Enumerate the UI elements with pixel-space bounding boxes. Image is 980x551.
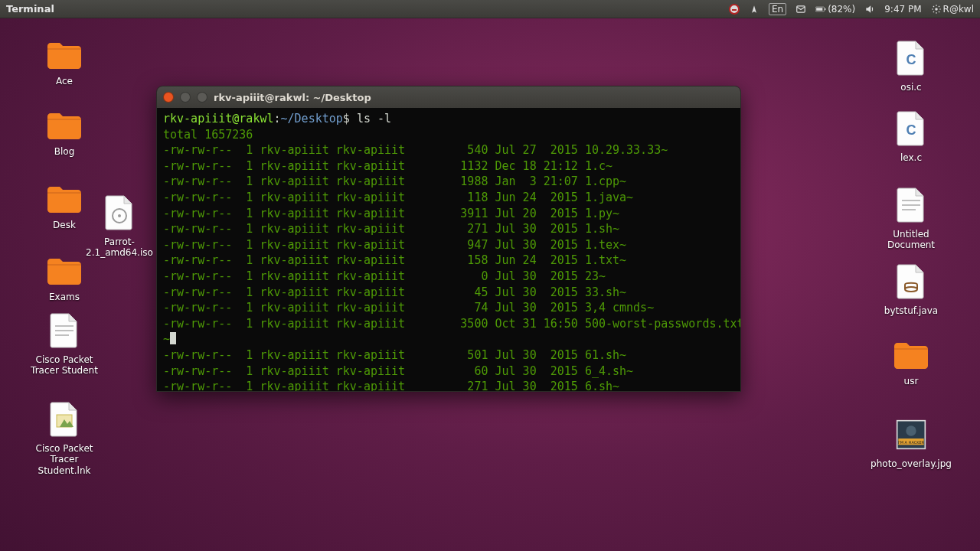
desktop-icon[interactable]: Untitled Document [873, 184, 949, 254]
stop-icon [729, 4, 740, 15]
folder-icon [46, 256, 83, 289]
iso-icon [104, 194, 135, 233]
folder-icon [46, 40, 83, 73]
desktop-icon[interactable]: Ace [26, 37, 103, 90]
keyboard-lang: En [772, 4, 783, 15]
svg-text:C: C [906, 122, 916, 138]
battery-icon [815, 4, 826, 15]
desktop-icon-label: Exams [49, 292, 80, 302]
gear-icon [931, 4, 942, 15]
window-maximize-button[interactable] [197, 92, 207, 103]
desktop-icon-label: osi.c [900, 82, 921, 93]
desktop-icon[interactable]: Cisco Packet Tracer Student.lnk [26, 398, 103, 479]
c-icon: C [896, 110, 926, 149]
desktop-icon[interactable]: Cosi.c [873, 37, 949, 96]
doc-icon [49, 312, 80, 351]
java-icon [896, 263, 926, 302]
window-minimize-button[interactable] [180, 92, 191, 103]
image-icon: I'M A HACKER [896, 416, 926, 455]
folder-icon [46, 184, 83, 217]
network-icon [749, 4, 760, 15]
clock[interactable]: 9:47 PM [884, 4, 921, 15]
desktop-icon-label: bytstuf.java [884, 305, 938, 316]
desktop-icon[interactable]: Clex.c [873, 107, 949, 166]
desktop-icon[interactable]: I'M A HACKERphoto_overlay.jpg [873, 413, 949, 472]
desktop-icon-label: photo_overlay.jpg [871, 458, 952, 469]
doc-icon [896, 187, 926, 226]
svg-text:I'M A HACKER: I'M A HACKER [898, 440, 925, 445]
desktop-icon[interactable]: bytstuf.java [873, 260, 949, 319]
svg-text:C: C [906, 52, 916, 67]
window-title: rkv-apiiit@rakwl: ~/Desktop [214, 92, 371, 103]
desktop-icon-label: Blog [54, 146, 75, 157]
mail-icon [795, 4, 806, 15]
sound-indicator[interactable] [864, 4, 875, 15]
svg-rect-3 [825, 8, 825, 9]
desktop-icon[interactable]: Parrot-2.1_amd64.iso [81, 191, 158, 262]
desktop-icon[interactable]: usr [873, 337, 949, 390]
link-icon [49, 401, 80, 440]
desktop-icon-label: Ace [56, 76, 73, 86]
desktop-icon[interactable]: Blog [26, 107, 103, 160]
desktop-icon[interactable]: Cisco Packet Tracer Student [26, 309, 103, 380]
c-icon: C [896, 40, 926, 79]
desktop-icon-label: lex.c [900, 152, 922, 163]
speaker-icon [864, 4, 875, 15]
top-menubar: Terminal En (82%) 9:47 PM R@kwl [0, 0, 980, 18]
window-titlebar[interactable]: rkv-apiiit@rakwl: ~/Desktop [157, 86, 740, 108]
desktop-icon-label: Cisco Packet Tracer Student [29, 354, 100, 377]
keyboard-indicator[interactable]: En [769, 3, 786, 15]
session-indicator[interactable]: R@kwl [931, 4, 974, 15]
folder-icon [46, 110, 83, 143]
messages-indicator[interactable] [795, 4, 806, 15]
folder-icon [893, 340, 929, 373]
terminal-window[interactable]: rkv-apiiit@rakwl: ~/Desktop rkv-apiiit@r… [156, 86, 741, 392]
window-close-button[interactable] [163, 92, 174, 103]
desktop-icon-label: Cisco Packet Tracer Student.lnk [29, 443, 100, 476]
battery-indicator[interactable]: (82%) [815, 4, 855, 15]
terminal-body[interactable]: rkv-apiiit@rakwl:~/Desktop$ ls -l total … [157, 108, 740, 391]
svg-point-7 [118, 214, 121, 217]
svg-rect-2 [816, 8, 822, 11]
session-user: R@kwl [943, 4, 974, 15]
desktop-icon-label: usr [904, 376, 919, 386]
battery-label: (82%) [828, 4, 855, 15]
desktop-icon-label: Desk [53, 220, 76, 230]
svg-point-14 [906, 425, 916, 435]
update-indicator[interactable] [729, 4, 740, 15]
desktop-icon-label: Untitled Document [876, 229, 946, 251]
svg-point-4 [935, 8, 938, 11]
network-indicator[interactable] [749, 4, 760, 15]
desktop-icon-label: Parrot-2.1_amd64.iso [84, 236, 155, 259]
app-menu-title[interactable]: Terminal [6, 3, 54, 15]
